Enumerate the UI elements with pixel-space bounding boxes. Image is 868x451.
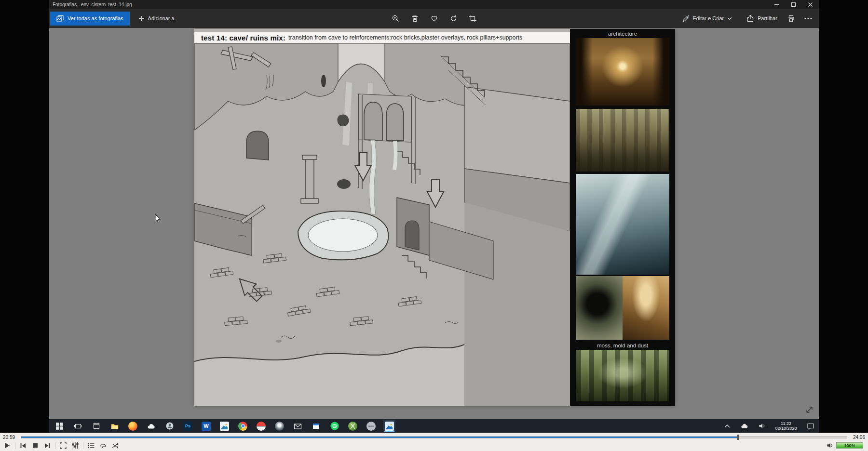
chat-icon (366, 422, 376, 431)
print-button[interactable] (783, 11, 799, 26)
window-app-icon (93, 422, 100, 430)
add-icon (138, 15, 145, 22)
chrome-button[interactable] (237, 420, 249, 432)
photos-app-button[interactable] (383, 420, 395, 432)
close-button[interactable] (802, 0, 819, 9)
onedrive-button[interactable] (145, 420, 157, 432)
taskbar: Ps W 11:22 02/10/ (49, 419, 819, 433)
mail-icon (294, 423, 302, 430)
more-options-button[interactable] (800, 11, 816, 26)
task-view-button[interactable] (72, 420, 84, 432)
spotify-icon (330, 422, 339, 430)
photo-viewer[interactable]: test 14: cave/ ruins mix: transition fro… (49, 28, 819, 419)
toolbar-right: Editar e Criar Partilhar (673, 11, 819, 26)
mouse-cursor (155, 214, 161, 223)
tray-chevron-icon (724, 423, 731, 429)
close-icon (808, 2, 813, 7)
share-button[interactable]: Partilhar (743, 12, 781, 26)
firefox-button[interactable] (127, 420, 139, 432)
tray-cloud-button[interactable] (738, 420, 750, 432)
shuffle-button[interactable] (111, 441, 120, 450)
image-app-icon (220, 422, 229, 431)
clock[interactable]: 11:22 02/10/2020 (773, 420, 799, 432)
previous-icon (20, 443, 26, 448)
favorite-icon (430, 14, 438, 23)
chrome-icon (238, 422, 247, 431)
image-app-button[interactable] (218, 420, 231, 432)
chat-button[interactable] (365, 420, 377, 432)
sketch-pane: test 14: cave/ ruins mix: transition fro… (194, 29, 570, 406)
edit-create-button[interactable]: Editar e Criar (678, 12, 736, 26)
artwork-title-text: transition from cave to reinforcements:r… (288, 34, 522, 41)
play-button[interactable] (3, 441, 12, 450)
zoom-button[interactable] (388, 11, 403, 26)
more-icon (804, 17, 812, 20)
share-label: Partilhar (758, 15, 777, 21)
artwork-title: test 14: cave/ ruins mix: transition fro… (194, 32, 570, 43)
maximize-icon (791, 2, 796, 7)
action-center-icon (807, 423, 814, 430)
view-all-photos-button[interactable]: Ver todas as fotografias (50, 12, 130, 26)
file-explorer-icon (111, 423, 119, 429)
tray-volume-button[interactable] (756, 420, 768, 432)
clock-text: 11:22 02/10/2020 (775, 421, 797, 431)
spotify-button[interactable] (328, 420, 340, 432)
loop-button[interactable] (99, 441, 108, 450)
taskbar-icons: Ps W (49, 420, 395, 432)
tray-cloud-icon (741, 423, 748, 429)
seek-progress (21, 437, 738, 438)
photoshop-button[interactable]: Ps (182, 420, 194, 432)
reference-section-label: moss, mold and dust (570, 342, 675, 350)
people-button[interactable] (163, 420, 176, 432)
playlist-button[interactable] (87, 441, 95, 450)
next-icon (44, 443, 50, 448)
artwork-title-bold: test 14: cave/ ruins mix: (201, 34, 285, 42)
divider (83, 442, 83, 449)
fullscreen-toggle-button[interactable] (59, 441, 68, 450)
concept-sketch (194, 29, 570, 406)
start-button[interactable] (54, 420, 66, 432)
word-icon: W (202, 422, 211, 431)
volume-slider[interactable]: 100% (836, 442, 863, 449)
xbox-button[interactable] (347, 420, 359, 432)
next-button[interactable] (43, 441, 52, 450)
clock-date: 02/10/2020 (775, 426, 797, 431)
volume-control[interactable]: 100% (827, 442, 865, 449)
speaker-icon (827, 443, 833, 448)
stop-button[interactable] (31, 441, 40, 450)
fullscreen-button[interactable] (803, 404, 815, 415)
view-all-photos-label: Ver todas as fotografias (68, 15, 123, 21)
maximize-button[interactable] (785, 0, 802, 9)
rotate-button[interactable] (446, 11, 461, 26)
edit-create-label: Editar e Criar (692, 15, 724, 21)
player-controls: 100% (0, 440, 868, 451)
calendar-button[interactable] (310, 420, 322, 432)
xbox-icon (348, 422, 357, 431)
previous-button[interactable] (19, 441, 27, 450)
red-sphere-button[interactable] (255, 420, 267, 432)
photoshop-glyph: Ps (185, 424, 190, 428)
delete-button[interactable] (407, 11, 422, 26)
add-to-label: Adicionar a (148, 15, 175, 21)
action-center-button[interactable] (804, 420, 816, 432)
file-explorer-button[interactable] (108, 420, 121, 432)
steam-button[interactable] (273, 420, 285, 432)
red-sphere-icon (257, 422, 266, 431)
fullscreen-icon (60, 442, 67, 449)
extended-settings-button[interactable] (71, 441, 80, 450)
onedrive-icon (147, 423, 155, 429)
photos-gallery-icon (56, 15, 64, 22)
mail-button[interactable] (292, 420, 304, 432)
add-to-button[interactable]: Adicionar a (135, 12, 178, 26)
window-app-button[interactable] (90, 420, 102, 432)
titlebar[interactable]: Fotografias - env_cistern_test_14.jpg (49, 0, 819, 9)
word-button[interactable]: W (200, 420, 212, 432)
minimize-button[interactable] (768, 0, 785, 9)
crop-button[interactable] (465, 11, 480, 26)
seek-row: 20:59 24:06 (0, 433, 868, 440)
favorite-button[interactable] (426, 11, 442, 26)
seek-slider[interactable] (21, 436, 847, 438)
reference-photo-well-arches (576, 276, 669, 340)
reference-photo-arches (623, 276, 669, 340)
tray-chevron-button[interactable] (721, 420, 733, 432)
